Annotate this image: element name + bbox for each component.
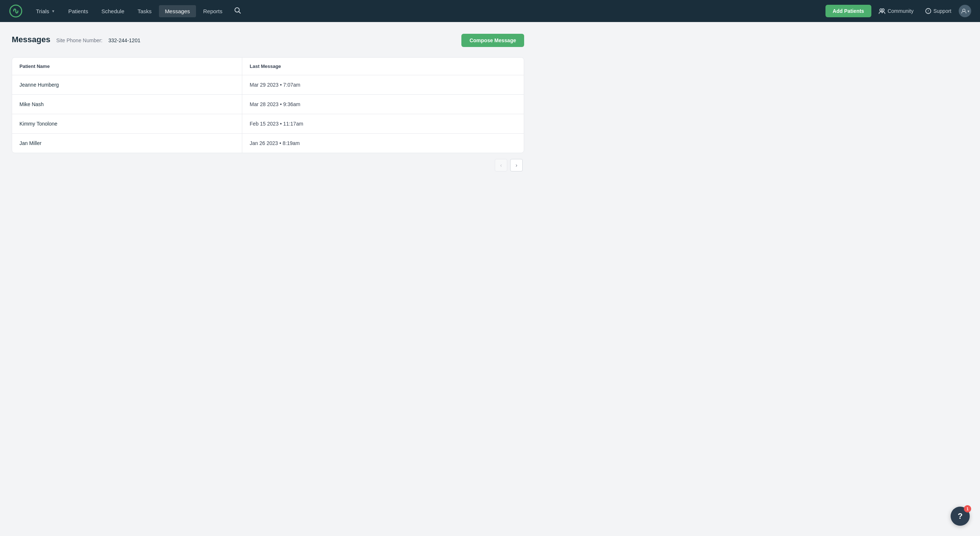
- page-header-left: Messages Site Phone Number: 332-244-1201: [12, 35, 140, 45]
- add-patients-button[interactable]: Add Patients: [826, 5, 872, 17]
- nav-item-schedule[interactable]: Schedule: [95, 5, 130, 17]
- nav-item-tasks[interactable]: Tasks: [132, 5, 158, 17]
- pagination: ‹ ›: [12, 153, 524, 174]
- site-phone-label: Site Phone Number:: [56, 37, 102, 43]
- app-logo[interactable]: [9, 4, 23, 18]
- community-nav-item[interactable]: Community: [874, 5, 918, 17]
- cell-last-message: Feb 15 2023 • 11:17am: [242, 114, 524, 133]
- cell-patient-name: Jan Miller: [12, 134, 242, 153]
- nav-item-messages[interactable]: Messages: [159, 5, 196, 17]
- help-badge: 1: [964, 505, 971, 512]
- site-phone-number: 332-244-1201: [108, 37, 140, 43]
- table-row[interactable]: Mike NashMar 28 2023 • 9:36am: [12, 95, 524, 114]
- cell-patient-name: Kimmy Tonolone: [12, 114, 242, 133]
- support-icon: ?: [925, 8, 931, 14]
- page-title: Messages: [12, 35, 50, 45]
- help-icon: ?: [958, 511, 963, 521]
- table-header-row: Patient Name Last Message: [12, 58, 524, 75]
- table-row[interactable]: Kimmy TonoloneFeb 15 2023 • 11:17am: [12, 114, 524, 134]
- messages-table: Patient Name Last Message Jeanne Humberg…: [12, 57, 524, 153]
- avatar[interactable]: ▾: [959, 5, 971, 17]
- svg-line-2: [239, 11, 241, 13]
- chevron-down-icon: ▼: [51, 9, 55, 13]
- main-content: Messages Site Phone Number: 332-244-1201…: [0, 22, 536, 186]
- column-header-patient-name: Patient Name: [12, 58, 242, 75]
- table-row[interactable]: Jan MillerJan 26 2023 • 8:19am: [12, 134, 524, 153]
- svg-point-4: [882, 9, 884, 11]
- cell-patient-name: Jeanne Humberg: [12, 75, 242, 94]
- svg-text:?: ?: [927, 9, 929, 13]
- nav-links: Trials ▼ Patients Schedule Tasks Message…: [30, 4, 826, 18]
- support-nav-item[interactable]: ? Support: [921, 5, 956, 17]
- nav-item-patients[interactable]: Patients: [62, 5, 94, 17]
- cell-last-message: Mar 29 2023 • 7:07am: [242, 75, 524, 94]
- nav-right: Add Patients Community ? Support ▾: [826, 5, 971, 17]
- navbar: Trials ▼ Patients Schedule Tasks Message…: [0, 0, 980, 22]
- nav-item-trials[interactable]: Trials ▼: [30, 5, 61, 17]
- community-icon: [879, 8, 885, 14]
- pagination-next-button[interactable]: ›: [510, 159, 523, 172]
- nav-item-reports[interactable]: Reports: [197, 5, 229, 17]
- pagination-prev-button[interactable]: ‹: [495, 159, 507, 172]
- cell-last-message: Mar 28 2023 • 9:36am: [242, 95, 524, 114]
- search-icon[interactable]: [230, 4, 245, 18]
- page-header: Messages Site Phone Number: 332-244-1201…: [12, 34, 524, 47]
- table-row[interactable]: Jeanne HumbergMar 29 2023 • 7:07am: [12, 75, 524, 95]
- cell-last-message: Jan 26 2023 • 8:19am: [242, 134, 524, 153]
- help-button[interactable]: 1 ?: [951, 507, 970, 526]
- compose-message-button[interactable]: Compose Message: [461, 34, 524, 47]
- table-body: Jeanne HumbergMar 29 2023 • 7:07amMike N…: [12, 75, 524, 153]
- avatar-chevron: ▾: [967, 9, 969, 13]
- column-header-last-message: Last Message: [242, 58, 524, 75]
- cell-patient-name: Mike Nash: [12, 95, 242, 114]
